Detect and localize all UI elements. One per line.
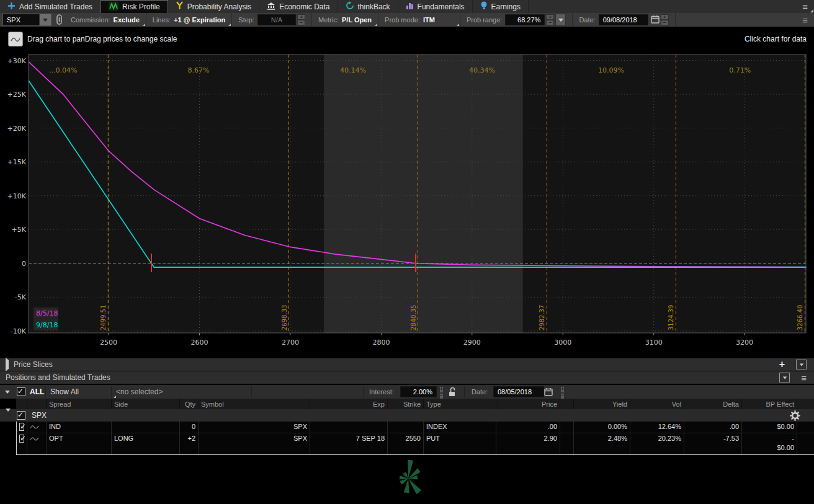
tab-label: Earnings — [491, 2, 521, 11]
chart-settings-button[interactable] — [8, 32, 23, 46]
symbol-input[interactable]: SPX — [3, 16, 39, 24]
tab-economic-data[interactable]: Economic Data — [259, 0, 338, 13]
interest-stepper[interactable] — [437, 386, 445, 400]
col-price[interactable]: Price — [496, 399, 560, 409]
positions-bar[interactable]: Positions and Simulated Trades ≡ — [0, 371, 814, 384]
col-bp-effect[interactable]: BP Effect — [742, 399, 797, 409]
tab-thinkback[interactable]: thinkBack — [338, 0, 398, 13]
increment-button[interactable] — [661, 14, 669, 20]
lock-open-icon[interactable] — [449, 385, 456, 399]
prob-range-input[interactable]: 68.27% — [505, 14, 545, 25]
prob-range-stepper[interactable] — [546, 14, 554, 25]
decrement-button[interactable] — [661, 20, 669, 25]
row-checkbox[interactable] — [19, 423, 24, 431]
date-section: Date: 09/08/2018 — [573, 13, 675, 27]
lines-dropdown[interactable]: Lines: +1 @ Expiration — [146, 13, 233, 27]
prob-range-dropdown-button[interactable] — [555, 14, 566, 26]
probability-label: ...0.04% — [49, 66, 77, 74]
row-checkbox[interactable] — [19, 435, 24, 443]
table-row[interactable]: IND 0 SPX INDEX .00 0.00% 12.64% .00 $0.… — [17, 422, 814, 433]
calendar-icon[interactable] — [544, 385, 553, 399]
step-stepper[interactable] — [297, 14, 305, 25]
price-marker-label: 2840.35 — [410, 305, 417, 330]
table-row[interactable]: OPT LONG +2 SPX 7 SEP 18 2550 PUT 2.90 2… — [17, 433, 814, 454]
gear-icon[interactable] — [790, 410, 800, 421]
decrement-button[interactable] — [546, 20, 554, 25]
group-checkbox[interactable] — [17, 411, 25, 420]
cell-qty[interactable]: 0 — [180, 422, 199, 433]
increment-button[interactable] — [546, 14, 554, 20]
pl-curve-icon[interactable] — [27, 422, 47, 433]
col-spread[interactable]: Spread — [47, 399, 112, 409]
date-label: Date: — [579, 16, 595, 24]
resize-corner[interactable] — [810, 9, 813, 12]
col-exp[interactable]: Exp — [310, 399, 388, 409]
cell-symbol: SPX — [199, 422, 310, 433]
col-type[interactable]: Type — [424, 399, 496, 409]
select-all-checkbox[interactable] — [17, 387, 25, 396]
prob-mode-label: Prob mode: — [385, 16, 420, 24]
positions-date-input[interactable]: 08/05/2018 — [493, 386, 544, 397]
positions-date-label: Date: — [472, 385, 488, 399]
group-collapse-icon[interactable] — [6, 412, 11, 419]
panel-collapse-icon[interactable] — [779, 373, 790, 382]
prob-mode-dropdown[interactable]: Prob mode: ITM — [378, 13, 460, 27]
y-axis-label: +5K — [12, 226, 27, 234]
decrement-button[interactable] — [297, 20, 305, 25]
col-strike[interactable]: Strike — [388, 399, 424, 409]
bp-effect-line1: - — [792, 435, 794, 442]
interest-input[interactable]: 2.00% — [400, 386, 437, 397]
price-marker-label: 2982.37 — [539, 305, 545, 330]
date-input[interactable]: 09/08/2018 — [599, 14, 648, 25]
x-axis-label: 2500 — [100, 338, 117, 347]
panel-collapse-icon[interactable] — [796, 360, 807, 369]
col-yield[interactable]: Yield — [574, 399, 630, 409]
group-selector[interactable]: <no selected> — [116, 385, 163, 399]
x-axis-label: 3000 — [554, 338, 571, 347]
col-delta[interactable]: Delta — [684, 399, 742, 409]
tab-earnings[interactable]: Earnings — [473, 0, 529, 13]
increment-button[interactable] — [560, 386, 565, 393]
link-icon[interactable] — [56, 14, 62, 26]
y-axis-label: +30K — [7, 57, 27, 65]
increment-button[interactable] — [297, 14, 305, 20]
x-axis-label: 3200 — [736, 338, 753, 347]
symbol-combo[interactable]: SPX — [2, 14, 51, 26]
col-symbol[interactable]: Symbol — [199, 399, 310, 409]
symbol-dropdown-button[interactable] — [39, 14, 51, 25]
menu-icon[interactable]: ≡ — [802, 15, 808, 25]
pl-curve-icon[interactable] — [27, 433, 47, 454]
col-vol[interactable]: Vol — [630, 399, 684, 409]
col-side[interactable]: Side — [112, 399, 180, 409]
positions-date-stepper[interactable] — [558, 386, 566, 400]
price-marker-label: 2698.33 — [281, 305, 288, 330]
tab-probability-analysis[interactable]: Probability Analysis — [168, 0, 259, 13]
tab-add-simulated-trades[interactable]: Add Simulated Trades — [0, 0, 101, 13]
cell-delta: -7.53 — [684, 433, 742, 454]
cell-symbol: SPX — [199, 433, 310, 454]
cell-strike: 2550 — [388, 433, 424, 454]
show-all-dropdown[interactable]: Show All — [50, 385, 116, 399]
add-slice-icon[interactable]: + — [779, 360, 785, 369]
calendar-icon[interactable] — [651, 15, 660, 25]
risk-profile-chart[interactable]: 2499.512698.332840.352982.373124.393266.… — [0, 53, 814, 358]
increment-button[interactable] — [439, 386, 444, 393]
commission-dropdown[interactable]: Commission: Exclude — [65, 13, 146, 27]
collapse-chevron-icon[interactable] — [5, 385, 10, 399]
cell-spread: OPT — [47, 433, 112, 454]
prob-range-section: Prob range: 68.27% — [460, 13, 573, 27]
price-slices-bar[interactable]: Price Slices + — [0, 358, 814, 371]
group-symbol-label: SPX — [32, 411, 47, 420]
tab-fundamentals[interactable]: Fundamentals — [398, 0, 473, 13]
date-stepper[interactable] — [661, 14, 669, 25]
cell-qty[interactable]: +2 — [180, 433, 199, 454]
tab-risk-profile[interactable]: Risk Profile — [101, 0, 168, 13]
metric-dropdown[interactable]: Metric: P/L Open — [312, 13, 378, 27]
menu-icon[interactable]: ≡ — [802, 2, 808, 11]
col-qty[interactable]: Qty — [180, 399, 199, 409]
y-axis-label: +15K — [7, 158, 27, 166]
step-input[interactable]: N/A — [257, 14, 296, 25]
menu-icon[interactable]: ≡ — [801, 373, 807, 382]
symbol-group-row[interactable]: SPX — [0, 409, 814, 422]
expand-chevron-icon[interactable] — [6, 360, 9, 369]
